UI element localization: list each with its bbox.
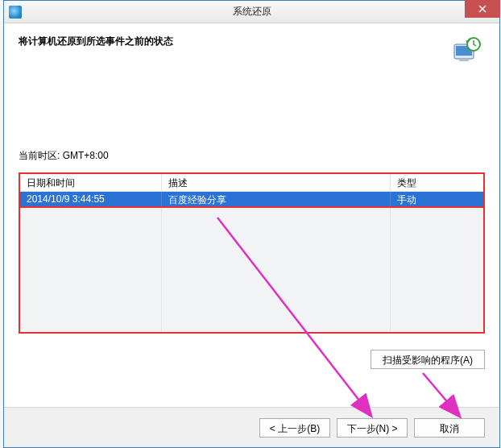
header-desc[interactable]: 描述 — [162, 174, 391, 191]
close-button[interactable] — [465, 0, 500, 18]
table-row[interactable]: 2014/10/9 3:44:55 百度经验分享 手动 — [20, 192, 483, 208]
content-area: 当前时区: GMT+8:00 日期和时间 描述 类型 2014/10/9 3:4… — [4, 149, 499, 369]
back-button[interactable]: < 上一步(B) — [259, 418, 330, 438]
header-area: 将计算机还原到所选事件之前的状态 — [4, 23, 499, 68]
header-text: 将计算机还原到所选事件之前的状态 — [19, 35, 485, 48]
cancel-button[interactable]: 取消 — [414, 418, 485, 438]
timezone-label: 当前时区: GMT+8:00 — [19, 149, 485, 163]
app-icon — [9, 6, 22, 19]
window-title: 系统还原 — [233, 5, 271, 19]
restore-icon — [449, 35, 482, 67]
header-type[interactable]: 类型 — [391, 174, 483, 191]
header-date[interactable]: 日期和时间 — [20, 174, 162, 191]
restore-points-table: 日期和时间 描述 类型 2014/10/9 3:44:55 百度经验分享 手动 — [19, 172, 485, 334]
close-icon — [478, 5, 487, 13]
table-empty-area — [20, 208, 483, 332]
svg-rect-2 — [459, 59, 469, 61]
table-header: 日期和时间 描述 类型 — [20, 174, 483, 192]
scan-affected-button[interactable]: 扫描受影响的程序(A) — [371, 350, 485, 369]
cell-type: 手动 — [391, 192, 483, 206]
next-button[interactable]: 下一步(N) > — [337, 418, 408, 438]
cell-desc: 百度经验分享 — [162, 192, 391, 206]
cell-date: 2014/10/9 3:44:55 — [20, 192, 162, 206]
system-restore-window: 系统还原 将计算机还原到所选事件之前的状态 当前时区: GMT+8:00 — [3, 0, 500, 448]
titlebar: 系统还原 — [4, 1, 499, 23]
footer: < 上一步(B) 下一步(N) > 取消 — [4, 407, 499, 447]
